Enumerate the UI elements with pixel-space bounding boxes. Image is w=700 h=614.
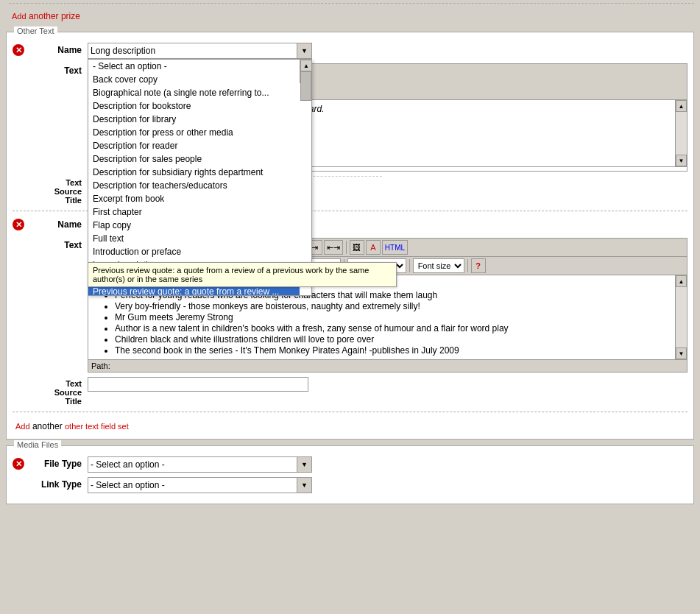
rte-scrollbar-1[interactable]: ▲ ▼ xyxy=(675,100,687,166)
add-prize-link[interactable]: Add xyxy=(12,12,26,21)
file-type-select[interactable] xyxy=(88,456,297,473)
dropdown-item-7[interactable]: Description for sales people xyxy=(88,152,300,166)
tb-sep-mid2 xyxy=(346,241,347,254)
dropdown-item-12[interactable]: Flap copy xyxy=(88,219,300,232)
tb-img-2[interactable]: 🖼 xyxy=(350,240,364,255)
file-type-select-wrapper: ▼ xyxy=(88,456,687,473)
html-icon-2[interactable]: HTML xyxy=(382,240,408,255)
rte-scroll-down-1[interactable]: ▼ xyxy=(676,155,687,166)
link-type-row: Link Type ▼ xyxy=(29,477,687,493)
text-source-input-2[interactable] xyxy=(88,377,308,392)
rte-scroll-up-2[interactable]: ▲ xyxy=(676,275,687,287)
tb-sep-f xyxy=(467,259,468,272)
add-other-text-text: another xyxy=(32,421,65,431)
name-select-wrapper-1: ▼ - Select an option - Back cover copy B… xyxy=(88,43,687,59)
rte-list-item-5: Children black and white illustrations c… xyxy=(115,334,672,345)
rte-list-item-2: Very boy-friendly - those monkeys are bo… xyxy=(115,301,672,311)
file-type-row: ✕ File Type ▼ xyxy=(13,456,687,473)
name-dropdown-arrow-1[interactable]: ▼ xyxy=(297,43,312,59)
rte-scroll-down-2[interactable]: ▼ xyxy=(676,347,687,359)
help-btn-2[interactable]: ? xyxy=(471,258,486,273)
path-row-2: Path: xyxy=(88,360,687,373)
remove-second-entry-btn[interactable]: ✕ xyxy=(13,219,24,230)
rte-scroll-track-1 xyxy=(676,112,687,155)
link-type-content: ▼ xyxy=(88,477,687,493)
text-source-label-1: TextSourceTitle xyxy=(29,176,88,205)
scroll-up-btn[interactable]: ▲ xyxy=(300,60,312,71)
file-type-label: File Type xyxy=(29,456,88,469)
dropdown-item-4[interactable]: Description for library xyxy=(88,113,300,126)
add-other-text-link2[interactable]: other text field set xyxy=(65,422,129,431)
add-other-text-link[interactable]: Add xyxy=(15,422,30,431)
dropdown-item-5[interactable]: Description for press or other media xyxy=(88,126,300,139)
dropdown-item-3[interactable]: Description for bookstore xyxy=(88,99,300,113)
entry-divider-2 xyxy=(13,412,687,412)
tooltip-box: Previous review quote: a quote from a re… xyxy=(88,262,397,287)
dropdown-item-10[interactable]: Excerpt from book xyxy=(88,192,300,205)
name-select-1[interactable] xyxy=(88,43,297,59)
dropdown-item-2[interactable]: Biographical note (a single note referri… xyxy=(88,86,300,99)
rte-scroll-up-1[interactable]: ▲ xyxy=(676,100,687,112)
link-type-select-wrapper: ▼ xyxy=(88,477,687,493)
add-prize-row: Add another prize xyxy=(0,0,700,29)
link-type-arrow[interactable]: ▼ xyxy=(297,477,312,493)
dropdown-item-14[interactable]: Introduction or preface xyxy=(88,245,300,258)
second-entry-source-row: TextSourceTitle xyxy=(29,377,687,406)
text-source-label-2: TextSourceTitle xyxy=(29,377,88,406)
rte-scrollbar-2[interactable]: ▲ ▼ xyxy=(675,275,687,359)
remove-media-btn[interactable]: ✕ xyxy=(13,458,24,470)
text-source-content-2 xyxy=(88,377,687,392)
dropdown-item-6[interactable]: Description for reader xyxy=(88,139,300,152)
name-label-1: Name xyxy=(29,43,88,55)
file-type-arrow[interactable]: ▼ xyxy=(297,456,312,473)
other-text-legend: Other Text xyxy=(14,27,57,35)
dropdown-item-9[interactable]: Description for teachers/educators xyxy=(88,179,300,192)
dropdown-item-8[interactable]: Description for subsidiary rights depart… xyxy=(88,166,300,179)
dropdown-item-0[interactable]: - Select an option - xyxy=(88,60,300,73)
media-section: Media Files ✕ File Type ▼ Link Type ▼ xyxy=(6,445,694,504)
file-type-content: ▼ xyxy=(88,456,687,473)
link-type-select[interactable] xyxy=(88,477,297,493)
text-label-2: Text xyxy=(29,238,88,250)
text-label-1: Text xyxy=(29,63,88,76)
dropdown-item-13[interactable]: Full text xyxy=(88,232,300,245)
scroll-thumb[interactable] xyxy=(300,71,311,101)
name-field-content-1: ▼ - Select an option - Back cover copy B… xyxy=(88,43,687,59)
dropdown-item-1[interactable]: Back cover copy xyxy=(88,73,300,86)
rte-list-item-6: The second book in the series - It's The… xyxy=(115,345,672,356)
dropdown-list-container: - Select an option - Back cover copy Bio… xyxy=(88,59,312,296)
media-legend: Media Files xyxy=(14,440,61,449)
font-size-select-2[interactable]: Font size xyxy=(413,258,464,273)
dropdown-item-11[interactable]: First chapter xyxy=(88,205,300,219)
rte-scroll-track-2 xyxy=(676,287,687,347)
add-other-text-row: Add another other text field set xyxy=(13,418,687,433)
page-container: Add another prize Other Text ✕ Name ▼ - … xyxy=(0,0,700,504)
tb-extra-14[interactable]: ⇤⇥ xyxy=(324,240,343,255)
tb-sep-e xyxy=(409,259,410,272)
first-entry-name-row: ✕ Name ▼ - Select an option - Back cover… xyxy=(13,43,687,59)
dropdown-list: - Select an option - Back cover copy Bio… xyxy=(88,60,300,295)
rte-list-item-3: Mr Gum meets Jeremy Strong xyxy=(115,312,672,322)
add-prize-text: another prize xyxy=(26,11,80,21)
link-type-label: Link Type xyxy=(29,477,88,490)
dropdown-scrollbar[interactable]: ▲ ▼ xyxy=(300,60,311,83)
rte-list-item-4: Author is a new talent in children's boo… xyxy=(115,323,672,334)
other-text-section: Other Text ✕ Name ▼ - Select an option -… xyxy=(6,32,694,440)
path-label: Path: xyxy=(91,361,110,370)
remove-first-entry-btn[interactable]: ✕ xyxy=(13,44,24,56)
name-label-2: Name xyxy=(29,217,88,230)
tb-color-2[interactable]: A xyxy=(366,240,381,255)
